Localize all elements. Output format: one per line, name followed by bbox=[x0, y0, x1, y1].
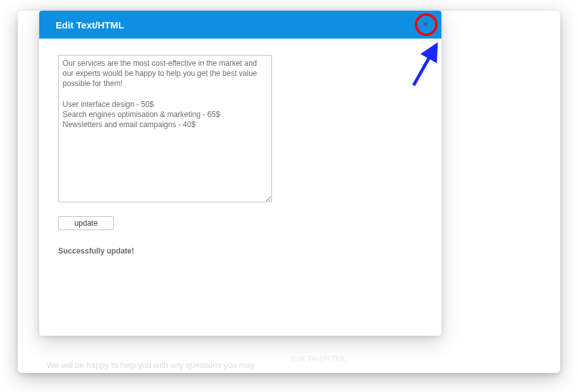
update-button[interactable]: update bbox=[58, 216, 114, 230]
modal-header: Edit Text/HTML × bbox=[39, 11, 441, 39]
html-text-textarea[interactable] bbox=[58, 55, 272, 202]
close-button[interactable]: × bbox=[419, 18, 433, 32]
modal-title: Edit Text/HTML bbox=[56, 20, 124, 30]
modal-body: update Successfully update! bbox=[39, 39, 441, 268]
background-edit-link[interactable]: Edit Text/HTML bbox=[291, 354, 347, 364]
edit-text-html-modal: Edit Text/HTML × update Successfully upd… bbox=[39, 11, 441, 336]
background-page-text: We will be happy to help you with any qu… bbox=[47, 360, 255, 370]
status-message: Successfully update! bbox=[58, 247, 422, 255]
close-icon: × bbox=[422, 19, 428, 30]
